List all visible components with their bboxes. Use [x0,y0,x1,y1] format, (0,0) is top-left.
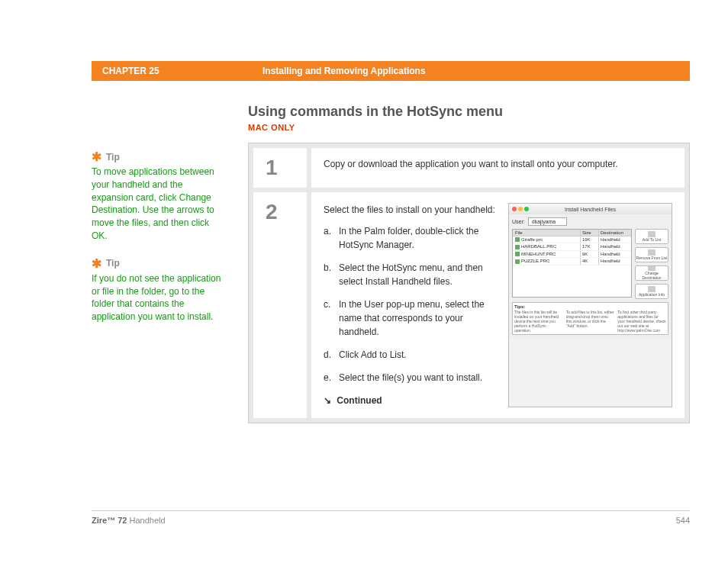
step-row: 2 Select the files to install on your ha… [253,192,685,418]
tips-col: The files in this list will be installed… [514,310,563,333]
steps-container: 1 Copy or download the application you w… [248,143,690,423]
list-item[interactable]: MINEHUNT.PRC9KHandheld [513,251,631,258]
asterisk-icon: ✱ [92,150,101,164]
list-item[interactable]: Giraffe.prc19KHandheld [513,236,631,243]
tip-block: ✱ Tip If you do not see the application … [92,256,225,323]
page-footer: Zire™ 72 Handheld 544 [92,510,690,525]
col-file: File [513,230,581,236]
chapter-title: Installing and Removing Applications [263,66,679,76]
user-label: User: [512,219,525,224]
application-info-button[interactable]: Application Info [635,284,668,299]
add-icon [648,231,656,237]
tip-label: Tip [106,152,120,162]
file-icon [515,237,520,242]
user-select[interactable]: dkajiyama [528,217,568,226]
dialog-title: Install Handheld Files [509,207,672,212]
step-number: 2 [253,192,307,418]
list-item[interactable]: PUZZLE.PRC4KHandheld [513,258,631,265]
tips-col: To add files to this list, either drag-a… [566,310,615,333]
step-text: Copy or download the application you wan… [324,159,672,169]
chapter-label: CHAPTER 25 [102,66,263,76]
sidebar-tips: ✱ Tip To move applications between your … [92,104,225,423]
product-name: Zire™ 72 Handheld [92,516,166,525]
tip-label: Tip [106,258,120,269]
info-icon [648,286,656,292]
remove-icon [648,249,656,256]
install-dialog-screenshot: Install Handheld Files User: dkajiyama [508,203,672,407]
tip-body: To move applications between your handhe… [92,166,225,243]
add-to-list-button[interactable]: Add To List [635,229,668,244]
remove-from-list-button[interactable]: Remove From List [635,247,668,262]
step-row: 1 Copy or download the application you w… [253,148,685,188]
chapter-header: CHAPTER 25 Installing and Removing Appli… [92,61,690,81]
arrow-down-right-icon: ↘ [324,394,331,407]
list-item[interactable]: HARDBALL.PRC17KHandheld [513,243,631,250]
dialog-tips-box: Tips: The files in this list will be ins… [512,302,668,335]
dialog-tips-label: Tips: [514,304,666,309]
section-subtitle: MAC ONLY [248,123,690,132]
substep: b.Select the HotSync menu, and then sele… [324,261,499,288]
page-number: 544 [676,516,690,525]
change-destination-button[interactable]: Change Destination [635,265,668,281]
tip-block: ✱ Tip To move applications between your … [92,150,225,243]
tip-body: If you do not see the application or fil… [92,272,225,323]
col-dest: Destination [599,230,631,236]
file-list[interactable]: File Size Destination Giraffe.prc19KHand… [512,229,632,298]
substep: d.Click Add to List. [324,348,499,362]
continued-label: ↘ Continued [324,394,499,407]
file-icon [515,259,520,264]
file-icon [515,245,520,249]
substep: c.In the User pop-up menu, select the na… [324,298,499,339]
step-number: 1 [253,148,307,188]
tips-col: To find other third party applications a… [617,310,666,333]
col-size: Size [581,230,599,236]
section-title: Using commands in the HotSync menu [248,104,690,120]
step-text: Select the files to install on your hand… [324,203,499,217]
asterisk-icon: ✱ [92,256,101,271]
substep: e.Select the file(s) you want to install… [324,371,499,384]
substep: a.In the Palm folder, double-click the H… [324,224,499,252]
file-icon [515,252,520,256]
